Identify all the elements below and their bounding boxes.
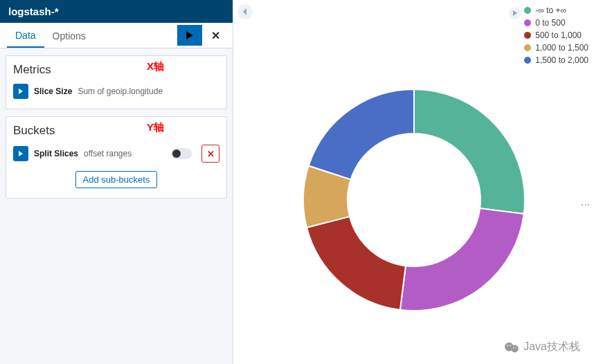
buckets-panel: Buckets Y轴 Split Slices offset ranges ✕ … bbox=[6, 116, 227, 199]
expand-chart-handle[interactable]: ⋮ bbox=[580, 200, 591, 210]
bucket-label: Split Slices bbox=[34, 149, 78, 158]
donut-slice[interactable] bbox=[308, 89, 413, 179]
legend-item[interactable]: 1,000 to 1,500 bbox=[524, 43, 588, 53]
donut-slice[interactable] bbox=[307, 217, 406, 310]
legend-color-dot bbox=[524, 7, 531, 14]
tab-data[interactable]: Data bbox=[7, 23, 44, 48]
collapse-legend-button[interactable] bbox=[509, 7, 521, 19]
metric-label: Slice Size bbox=[34, 87, 72, 96]
donut-slice[interactable] bbox=[414, 89, 525, 214]
metrics-title: Metrics bbox=[13, 63, 219, 77]
caret-right-icon bbox=[18, 151, 24, 156]
index-pattern-title: logstash-* bbox=[0, 0, 233, 23]
chevron-left-icon bbox=[242, 8, 249, 15]
collapse-sidebar-button[interactable] bbox=[237, 4, 253, 19]
legend-item[interactable]: 1,500 to 2,000 bbox=[524, 55, 588, 65]
tab-options[interactable]: Options bbox=[44, 24, 94, 47]
remove-bucket-button[interactable]: ✕ bbox=[201, 145, 219, 163]
svg-point-2 bbox=[507, 345, 508, 346]
legend-color-dot bbox=[524, 32, 531, 39]
bucket-enable-toggle[interactable] bbox=[171, 148, 192, 159]
annotation-y-axis: Y轴 bbox=[147, 121, 164, 134]
svg-point-4 bbox=[513, 347, 514, 347]
watermark-text: Java技术栈 bbox=[523, 340, 580, 354]
chevron-right-icon bbox=[512, 10, 518, 16]
svg-point-3 bbox=[510, 345, 512, 346]
expand-bucket-button[interactable] bbox=[13, 146, 28, 161]
add-sub-buckets-button[interactable]: Add sub-buckets bbox=[75, 171, 158, 188]
bucket-row: Split Slices offset ranges ✕ bbox=[13, 145, 219, 163]
close-icon: ✕ bbox=[211, 29, 220, 42]
panel-tabs: Data Options ✕ bbox=[0, 23, 233, 48]
legend-label: 1,000 to 1,500 bbox=[535, 43, 588, 53]
watermark: Java技术栈 bbox=[504, 340, 580, 354]
legend-color-dot bbox=[524, 44, 531, 51]
legend-label: 1,500 to 2,000 bbox=[535, 55, 588, 65]
annotation-x-axis: X轴 bbox=[147, 60, 164, 73]
expand-metric-button[interactable] bbox=[13, 84, 28, 99]
caret-right-icon bbox=[18, 89, 24, 94]
donut-chart[interactable] bbox=[296, 82, 532, 318]
metrics-panel: Metrics X轴 Slice Size Sum of geoip.longi… bbox=[6, 55, 227, 109]
legend-color-dot bbox=[524, 57, 531, 64]
legend-item[interactable]: 0 to 500 bbox=[524, 18, 588, 28]
metric-row: Slice Size Sum of geoip.longitude bbox=[13, 84, 219, 99]
wechat-icon bbox=[504, 341, 519, 354]
play-icon bbox=[186, 31, 194, 39]
bucket-sublabel: offset ranges bbox=[84, 149, 132, 158]
legend-label: 0 to 500 bbox=[535, 18, 565, 28]
svg-point-5 bbox=[516, 347, 516, 347]
legend-color-dot bbox=[524, 19, 531, 26]
remove-icon: ✕ bbox=[207, 149, 215, 159]
legend-item[interactable]: 500 to 1,000 bbox=[524, 30, 588, 40]
apply-changes-button[interactable] bbox=[177, 25, 202, 46]
discard-changes-button[interactable]: ✕ bbox=[205, 25, 226, 46]
visualization-area: -∞ to +∞0 to 500500 to 1,0001,000 to 1,5… bbox=[233, 0, 594, 364]
metric-sublabel: Sum of geoip.longitude bbox=[78, 87, 163, 96]
legend-label: -∞ to +∞ bbox=[535, 6, 566, 15]
buckets-title: Buckets bbox=[13, 124, 219, 138]
chart-legend: -∞ to +∞0 to 500500 to 1,0001,000 to 1,5… bbox=[524, 6, 588, 68]
legend-item[interactable]: -∞ to +∞ bbox=[524, 6, 588, 15]
legend-label: 500 to 1,000 bbox=[535, 30, 582, 40]
donut-slice[interactable] bbox=[399, 208, 523, 311]
svg-point-1 bbox=[511, 345, 519, 352]
